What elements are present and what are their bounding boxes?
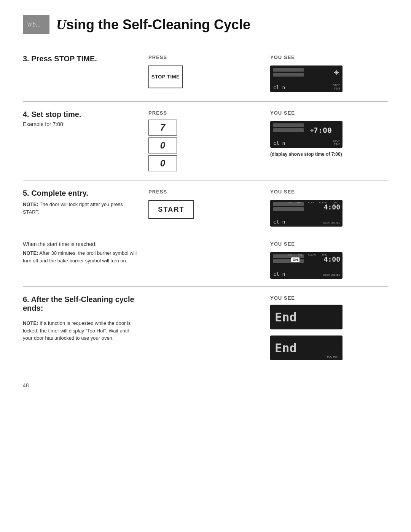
display-3-asterisk: ✳: [334, 69, 339, 77]
display-3-lines: [273, 68, 339, 77]
display-line-2: [273, 73, 304, 77]
section-4: 4. Set stop time. Example for 7:00: PRES…: [23, 102, 388, 181]
section-4-press: PRESS 7 0 0: [148, 110, 266, 173]
section-5-extra-note-text: After 30 minutes, the broil burner symbo…: [23, 250, 137, 264]
section-4-yousee: YOU SEE cl n ✤7:00 STOPTIME (display sho…: [270, 110, 388, 157]
section-5: 5. Complete entry. NOTE: The door will l…: [23, 181, 388, 236]
display-4-cln: cl n: [273, 140, 285, 146]
section-3-left: 3. Press STOP TIME.: [23, 54, 145, 66]
display-5b: cl n ON 4:00 HR MIN CLEAN TIME DOOR LOCK…: [270, 252, 342, 279]
section-6-left: 6. After the Self-Cleaning cycle ends: N…: [23, 295, 145, 342]
display-4-bottom: cl n: [273, 140, 339, 146]
section-3-press: PRESS STOP TIME: [148, 54, 266, 88]
section-3-title: 3. Press STOP TIME.: [23, 54, 137, 63]
page-title: Using the Self-Cleaning Cycle: [56, 17, 250, 33]
section-5-note-bold: NOTE:: [23, 201, 38, 207]
section-5-extra-left: When the start time is reached: NOTE: Af…: [23, 241, 145, 281]
display-6a: End: [270, 305, 342, 329]
section-5-extra-press-empty: [148, 241, 266, 281]
section-6-note-text: If a function is requested while the doo…: [23, 320, 131, 341]
display-5b-door: DOOR LOCKED: [323, 270, 340, 277]
display-4-line-2: [273, 128, 304, 132]
page-header: Wb... Using the Self-Cleaning Cycle: [23, 15, 388, 34]
page-number: 48: [23, 382, 388, 388]
stop-time-line1: STOP: [151, 74, 166, 80]
start-button-label: START: [158, 206, 184, 214]
display-5a-labels: HR MIN DELAY CLEAN TIME: [288, 201, 338, 204]
section-6-yousee: YOU SEE End End TOO HOT: [270, 295, 388, 364]
section-3-yousee: YOU SEE cl n ✳ STOPTIME: [270, 54, 388, 94]
display-3-bottom: cl n: [273, 85, 339, 90]
section-6-title: 6. After the Self-Cleaning cycle ends:: [23, 295, 137, 313]
yousee-label-4: YOU SEE: [270, 110, 295, 116]
display-5b-cln: cl n: [273, 271, 285, 277]
yousee-label-3: YOU SEE: [270, 54, 295, 60]
yousee-label-6: YOU SEE: [270, 295, 295, 301]
display-4-label: STOPTIME: [333, 139, 340, 146]
start-button[interactable]: START: [148, 200, 194, 219]
display-5a-cln: cl n: [273, 219, 285, 225]
display-5a-door: DOOR LOCKED: [323, 218, 340, 225]
display-4-caption: (display shows stop time of 7:00): [270, 152, 342, 157]
section-6-note: NOTE: If a function is requested while t…: [23, 320, 137, 342]
display-5b-on: ON: [291, 257, 299, 262]
section-5-note-text: The door will lock right after you press…: [23, 201, 123, 215]
display-6a-text: End: [275, 310, 297, 324]
logo: Wb...: [23, 15, 49, 34]
section-5-left: 5. Complete entry. NOTE: The door will l…: [23, 189, 145, 216]
section-6-note-bold: NOTE:: [23, 320, 38, 326]
display-3-label: STOPTIME: [333, 83, 340, 90]
num-key-7[interactable]: 7: [148, 120, 177, 136]
display-5a-time: 4:00: [324, 203, 340, 211]
section-6: 6. After the Self-Cleaning cycle ends: N…: [23, 287, 388, 371]
display-5b-time: 4:00: [324, 255, 340, 263]
section-5-yousee: YOU SEE cl n 4:00 HR MIN DELAY CLEAN TIM…: [270, 189, 388, 229]
press-label-5: PRESS: [148, 189, 167, 195]
svg-text:Wb...: Wb...: [27, 21, 41, 28]
section-5-extra-note: NOTE: After 30 minutes, the broil burner…: [23, 249, 137, 264]
display-3-cln: cl n: [273, 85, 285, 90]
yousee-label-5b: YOU SEE: [270, 241, 295, 247]
section-4-sub: Example for 7:00:: [23, 121, 137, 127]
display-3: cl n ✳ STOPTIME: [270, 66, 342, 92]
section-5-extra: When the start time is reached: NOTE: Af…: [23, 236, 388, 287]
display-5a-line-2: [273, 207, 304, 211]
display-6b: End TOO HOT: [270, 335, 342, 360]
display-6b-sub: TOO HOT: [327, 355, 339, 358]
section-4-title: 4. Set stop time.: [23, 110, 137, 119]
stop-time-line2: TIME: [167, 74, 180, 80]
display-4-line-1: [273, 123, 304, 127]
section-5-press: PRESS START: [148, 189, 266, 219]
display-line-1: [273, 68, 304, 72]
press-label-3: PRESS: [148, 54, 167, 60]
section-5-title: 5. Complete entry.: [23, 189, 137, 198]
section-5-extra-sub: When the start time is reached:: [23, 241, 137, 247]
num-key-0a[interactable]: 0: [148, 137, 177, 153]
display-5a: cl n 4:00 HR MIN DELAY CLEAN TIME DOOR L…: [270, 200, 342, 227]
display-4-time: ✤7:00: [310, 126, 332, 135]
num-key-0b[interactable]: 0: [148, 155, 177, 171]
section-5-extra-note-bold: NOTE:: [23, 250, 38, 256]
display-5b-labels: HR MIN CLEAN TIME: [288, 254, 327, 256]
section-5-note: NOTE: The door will lock right after you…: [23, 201, 137, 216]
display-6b-text: End: [275, 341, 297, 355]
press-label-4: PRESS: [148, 110, 167, 116]
yousee-label-5: YOU SEE: [270, 189, 295, 195]
section-4-left: 4. Set stop time. Example for 7:00:: [23, 110, 145, 127]
display-4: cl n ✤7:00 STOPTIME: [270, 121, 342, 148]
section-3: 3. Press STOP TIME. PRESS STOP TIME YOU …: [23, 46, 388, 102]
stop-time-button[interactable]: STOP TIME: [148, 66, 183, 88]
section-5-extra-yousee: YOU SEE cl n ON 4:00 HR MIN CLEAN TIME D…: [270, 241, 388, 281]
